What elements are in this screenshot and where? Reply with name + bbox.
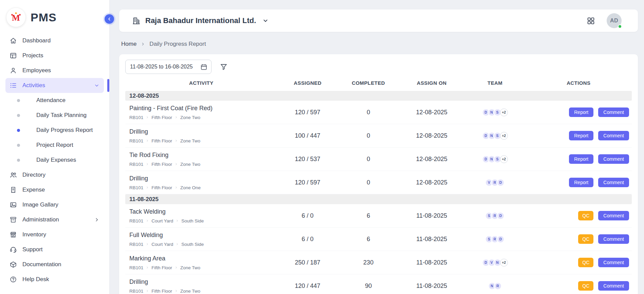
comment-button[interactable]: Comment [598,234,629,244]
team-member-avatar[interactable]: R [494,282,502,290]
app-logo-row: M PMS [6,7,103,27]
comment-button[interactable]: Comment [598,107,629,117]
team-more-chip[interactable]: +2 [500,132,508,140]
activity-title: Tie Rod Fixing [129,152,277,159]
comment-button[interactable]: Comment [598,178,629,188]
team-more-chip[interactable]: +2 [500,109,508,116]
team-member-avatar[interactable]: D [497,235,504,243]
helpdesk-icon [10,276,17,283]
team-cell: VRD [465,179,526,187]
path-segment: Court Yard [151,218,173,223]
chevron-right-icon [176,219,179,222]
sidebar-nav: DashboardProjectsEmployeesActivitiesAtte… [5,33,104,287]
sidebar-subitem-label: Project Report [36,142,73,149]
bullet-icon [17,99,20,102]
chevron-right-icon [146,219,149,222]
activity-location-path: RB101Fifth FloorZone Two [129,138,277,143]
sidebar-item-support[interactable]: Support [5,242,104,257]
sidebar-subitem-label: Daily Expenses [36,157,76,163]
sidebar: M PMS DashboardProjectsEmployeesActiviti… [0,0,110,294]
assigned-value: 120 / 597 [277,179,338,186]
completed-value: 230 [338,259,399,266]
sidebar-item-dashboard[interactable]: Dashboard [5,33,104,48]
comment-button[interactable]: Comment [598,131,629,141]
path-segment: Fifth Floor [151,115,172,120]
report-button[interactable]: Report [569,178,593,188]
chevron-right-icon [146,242,149,246]
support-icon [10,246,17,253]
sidebar-item-activities[interactable]: Activities [5,78,104,93]
sidebar-item-documentation[interactable]: Documentation [5,257,104,272]
sidebar-item-directory[interactable]: Directory [5,168,104,182]
comment-button[interactable]: Comment [598,258,629,268]
sidebar-item-employees[interactable]: Employees [5,63,104,78]
group-date: 12-08-2025 [129,93,159,99]
path-segment: South Side [181,242,204,247]
sidebar-item-label: Employees [22,67,51,74]
sidebar-subitem-project-report[interactable]: Project Report [5,138,104,153]
sidebar-item-help-desk[interactable]: Help Desk [5,272,104,287]
comment-button[interactable]: Comment [598,211,629,221]
sidebar-item-expense[interactable]: Expense [5,182,104,197]
chevron-right-icon [174,289,178,293]
report-button[interactable]: Report [569,154,593,164]
calendar-icon [200,63,207,71]
qc-button[interactable]: QC [578,211,593,221]
qc-button[interactable]: QC [578,281,593,291]
sidebar-subitem-attendance[interactable]: Attendance [5,93,104,108]
date-range-input[interactable]: 11-08-2025 to 16-08-2025 [125,60,211,74]
breadcrumb-home[interactable]: Home [121,41,136,47]
path-segment: RB101 [129,265,143,270]
sidebar-item-projects[interactable]: Projects [5,48,104,63]
chevron-right-icon [176,242,179,246]
sidebar-subitem-daily-progress-report[interactable]: Daily Progress Report [5,123,104,138]
report-button[interactable]: Report [569,131,593,141]
sidebar-subitem-daily-task-planning[interactable]: Daily Task Planning [5,108,104,123]
date-group-header: 12-08-2025 [125,91,632,101]
company-selector[interactable]: Raja Bahadur International Ltd. [132,16,269,25]
home-icon [10,37,17,44]
team-member-avatar[interactable]: D [497,212,504,220]
path-segment: RB101 [129,115,143,120]
assigned-value: 120 / 447 [277,282,338,290]
actions-cell: ReportComment [526,178,632,188]
activity-location-path: RB101Fifth FloorZone Two [129,289,277,294]
top-header-bar: Raja Bahadur International Ltd. AD [119,9,638,32]
user-avatar[interactable]: AD [607,13,622,28]
team-cell: DVN+2 [465,259,526,267]
sidebar-item-image-gallary[interactable]: Image Gallary [5,197,104,212]
comment-button[interactable]: Comment [598,154,629,164]
filter-icon[interactable] [220,63,228,71]
sidebar-subitem-daily-expenses[interactable]: Daily Expenses [5,153,104,168]
sidebar-item-inventory[interactable]: Inventory [5,227,104,242]
team-member-avatar[interactable]: D [497,179,504,187]
chevron-right-icon [174,266,178,269]
qc-button[interactable]: QC [578,234,593,244]
team-cell: SRD [465,235,526,243]
assign-on-date: 12-08-2025 [399,132,465,139]
activity-row: DrillingRB101Fifth FloorZone Two100 / 44… [125,124,632,148]
completed-value: 0 [338,109,399,116]
sidebar-item-administration[interactable]: Administration [5,212,104,227]
sidebar-subitem-label: Daily Task Planning [36,112,87,119]
activity-cell: Marking AreaRB101Fifth FloorZone Two [125,255,277,270]
activity-row: Tie Rod FixingRB101Fifth FloorZone Two12… [125,148,632,171]
activity-title: Marking Area [129,255,277,262]
directory-icon [10,171,17,179]
assign-on-date: 11-08-2025 [399,282,465,290]
qc-button[interactable]: QC [578,258,593,268]
team-more-chip[interactable]: +2 [500,259,508,267]
gallery-icon [10,201,17,209]
path-segment: Fifth Floor [151,289,172,294]
main-content: Raja Bahadur International Ltd. AD Home … [110,0,644,294]
completed-value: 6 [338,212,399,219]
team-cell: DNS+2 [465,109,526,116]
team-more-chip[interactable]: +2 [500,155,508,163]
report-button[interactable]: Report [569,107,593,117]
path-segment: Zone Two [180,115,200,120]
completed-value: 0 [338,132,399,139]
apps-grid-icon[interactable] [587,17,595,25]
comment-button[interactable]: Comment [598,281,629,291]
activity-title: Full Welding [129,232,277,239]
sidebar-collapse-button[interactable] [105,14,114,24]
